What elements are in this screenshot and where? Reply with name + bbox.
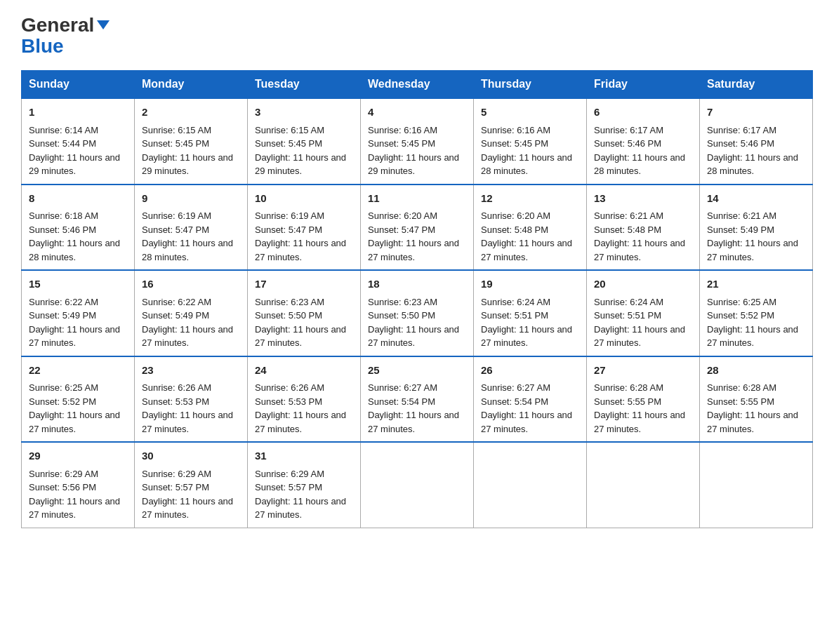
calendar-cell <box>474 442 587 528</box>
sunset-text: Sunset: 5:46 PM <box>707 138 774 149</box>
sunrise-text: Sunrise: 6:16 AM <box>368 125 437 135</box>
header-friday: Friday <box>587 71 700 99</box>
sunrise-text: Sunrise: 6:17 AM <box>707 125 776 135</box>
sunrise-text: Sunrise: 6:29 AM <box>142 469 211 479</box>
day-number: 23 <box>142 363 240 379</box>
calendar-cell: 22Sunrise: 6:25 AMSunset: 5:52 PMDayligh… <box>22 356 135 443</box>
calendar-cell: 26Sunrise: 6:27 AMSunset: 5:54 PMDayligh… <box>474 356 587 443</box>
sunrise-text: Sunrise: 6:26 AM <box>255 382 324 393</box>
sunrise-text: Sunrise: 6:21 AM <box>594 210 663 221</box>
daylight-text: Daylight: 11 hours and 27 minutes. <box>368 238 459 262</box>
day-number: 26 <box>481 363 579 379</box>
calendar-cell: 4Sunrise: 6:16 AMSunset: 5:45 PMDaylight… <box>361 98 474 185</box>
day-number: 20 <box>594 276 692 293</box>
calendar-cell: 9Sunrise: 6:19 AMSunset: 5:47 PMDaylight… <box>135 185 248 271</box>
sunset-text: Sunset: 5:47 PM <box>142 224 209 235</box>
calendar-cell: 29Sunrise: 6:29 AMSunset: 5:56 PMDayligh… <box>22 442 135 528</box>
daylight-text: Daylight: 11 hours and 27 minutes. <box>255 410 346 434</box>
daylight-text: Daylight: 11 hours and 27 minutes. <box>594 410 685 434</box>
sunset-text: Sunset: 5:45 PM <box>368 138 435 149</box>
daylight-text: Daylight: 11 hours and 28 minutes. <box>29 238 120 262</box>
daylight-text: Daylight: 11 hours and 27 minutes. <box>707 238 798 262</box>
sunset-text: Sunset: 5:51 PM <box>594 310 661 321</box>
day-number: 8 <box>29 191 127 207</box>
calendar-cell: 17Sunrise: 6:23 AMSunset: 5:50 PMDayligh… <box>248 270 361 356</box>
calendar-cell: 7Sunrise: 6:17 AMSunset: 5:46 PMDaylight… <box>700 98 813 185</box>
header-wednesday: Wednesday <box>361 71 474 99</box>
daylight-text: Daylight: 11 hours and 29 minutes. <box>29 152 120 177</box>
calendar-cell <box>700 442 813 528</box>
header-tuesday: Tuesday <box>248 71 361 99</box>
calendar-cell: 18Sunrise: 6:23 AMSunset: 5:50 PMDayligh… <box>361 270 474 356</box>
logo-general: General <box>21 14 94 36</box>
sunrise-text: Sunrise: 6:29 AM <box>255 469 324 479</box>
sunset-text: Sunset: 5:48 PM <box>594 224 661 235</box>
sunset-text: Sunset: 5:48 PM <box>481 224 548 235</box>
week-row-3: 15Sunrise: 6:22 AMSunset: 5:49 PMDayligh… <box>22 270 813 356</box>
day-number: 5 <box>481 105 579 121</box>
sunset-text: Sunset: 5:46 PM <box>29 224 96 235</box>
week-row-4: 22Sunrise: 6:25 AMSunset: 5:52 PMDayligh… <box>22 356 813 443</box>
calendar-cell: 21Sunrise: 6:25 AMSunset: 5:52 PMDayligh… <box>700 270 813 356</box>
sunset-text: Sunset: 5:46 PM <box>594 138 661 149</box>
sunset-text: Sunset: 5:47 PM <box>255 224 322 235</box>
sunset-text: Sunset: 5:49 PM <box>707 224 774 235</box>
sunset-text: Sunset: 5:45 PM <box>481 138 548 149</box>
daylight-text: Daylight: 11 hours and 27 minutes. <box>481 410 572 434</box>
daylight-text: Daylight: 11 hours and 27 minutes. <box>255 496 346 521</box>
header-monday: Monday <box>135 71 248 99</box>
daylight-text: Daylight: 11 hours and 29 minutes. <box>255 152 346 177</box>
calendar-cell: 25Sunrise: 6:27 AMSunset: 5:54 PMDayligh… <box>361 356 474 443</box>
sunset-text: Sunset: 5:52 PM <box>707 310 774 321</box>
day-number: 19 <box>481 276 579 293</box>
week-row-1: 1Sunrise: 6:14 AMSunset: 5:44 PMDaylight… <box>22 98 813 185</box>
day-number: 28 <box>707 363 805 379</box>
calendar-cell: 15Sunrise: 6:22 AMSunset: 5:49 PMDayligh… <box>22 270 135 356</box>
daylight-text: Daylight: 11 hours and 28 minutes. <box>707 152 798 177</box>
day-number: 15 <box>29 276 127 293</box>
calendar-cell: 11Sunrise: 6:20 AMSunset: 5:47 PMDayligh… <box>361 185 474 271</box>
sunset-text: Sunset: 5:45 PM <box>142 138 209 149</box>
calendar-cell: 28Sunrise: 6:28 AMSunset: 5:55 PMDayligh… <box>700 356 813 443</box>
sunset-text: Sunset: 5:53 PM <box>255 396 322 407</box>
daylight-text: Daylight: 11 hours and 27 minutes. <box>594 324 685 349</box>
sunset-text: Sunset: 5:47 PM <box>368 224 435 235</box>
calendar-cell <box>587 442 700 528</box>
day-number: 30 <box>142 448 240 464</box>
sunset-text: Sunset: 5:50 PM <box>255 310 322 321</box>
calendar-cell: 16Sunrise: 6:22 AMSunset: 5:49 PMDayligh… <box>135 270 248 356</box>
day-number: 12 <box>481 191 579 207</box>
calendar-cell: 13Sunrise: 6:21 AMSunset: 5:48 PMDayligh… <box>587 185 700 271</box>
page-header: General Blue <box>21 14 813 56</box>
calendar-cell: 19Sunrise: 6:24 AMSunset: 5:51 PMDayligh… <box>474 270 587 356</box>
calendar-cell: 27Sunrise: 6:28 AMSunset: 5:55 PMDayligh… <box>587 356 700 443</box>
sunset-text: Sunset: 5:55 PM <box>594 396 661 407</box>
sunrise-text: Sunrise: 6:28 AM <box>707 382 776 393</box>
day-number: 24 <box>255 363 353 379</box>
day-number: 6 <box>594 105 692 121</box>
logo: General Blue <box>21 14 110 56</box>
day-number: 16 <box>142 276 240 293</box>
sunrise-text: Sunrise: 6:17 AM <box>594 125 663 135</box>
day-number: 25 <box>368 363 466 379</box>
sunrise-text: Sunrise: 6:23 AM <box>368 297 437 307</box>
calendar-cell: 30Sunrise: 6:29 AMSunset: 5:57 PMDayligh… <box>135 442 248 528</box>
calendar-table: SundayMondayTuesdayWednesdayThursdayFrid… <box>21 70 813 528</box>
daylight-text: Daylight: 11 hours and 28 minutes. <box>142 238 233 262</box>
sunrise-text: Sunrise: 6:19 AM <box>142 210 211 221</box>
calendar-cell: 12Sunrise: 6:20 AMSunset: 5:48 PMDayligh… <box>474 185 587 271</box>
sunrise-text: Sunrise: 6:27 AM <box>481 382 550 393</box>
day-number: 17 <box>255 276 353 293</box>
sunrise-text: Sunrise: 6:21 AM <box>707 210 776 221</box>
sunrise-text: Sunrise: 6:20 AM <box>368 210 437 221</box>
daylight-text: Daylight: 11 hours and 29 minutes. <box>368 152 459 177</box>
calendar-cell: 3Sunrise: 6:15 AMSunset: 5:45 PMDaylight… <box>248 98 361 185</box>
day-number: 29 <box>29 448 127 464</box>
day-number: 27 <box>594 363 692 379</box>
sunset-text: Sunset: 5:52 PM <box>29 396 96 407</box>
daylight-text: Daylight: 11 hours and 27 minutes. <box>594 238 685 262</box>
daylight-text: Daylight: 11 hours and 28 minutes. <box>481 152 572 177</box>
calendar-cell: 20Sunrise: 6:24 AMSunset: 5:51 PMDayligh… <box>587 270 700 356</box>
day-number: 31 <box>255 448 353 464</box>
sunset-text: Sunset: 5:54 PM <box>368 396 435 407</box>
